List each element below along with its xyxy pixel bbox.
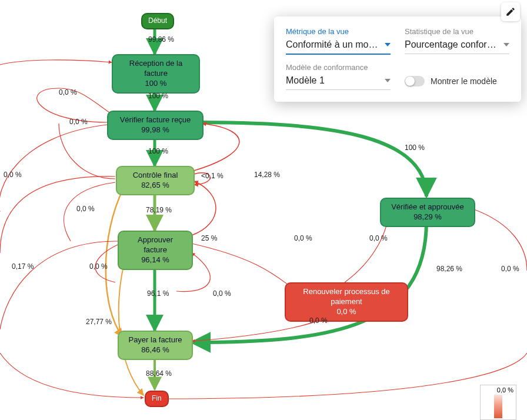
model-value: Modèle 1 xyxy=(286,75,325,86)
edge-label: 0,0 % xyxy=(501,265,519,273)
toggle-label: Montrer le modèle xyxy=(431,76,497,86)
node-label: Payer la facture xyxy=(126,335,185,345)
edge-label: 98,26 % xyxy=(436,265,462,273)
node-label: Début xyxy=(148,16,167,26)
edge-label: 78,19 % xyxy=(146,206,172,214)
view-controls-panel: Métrique de la vue Conformité à un mo… S… xyxy=(274,16,521,102)
node-label: Réception de la facture xyxy=(120,59,192,79)
legend-top-label: 0,0 % xyxy=(497,386,513,394)
edit-button[interactable] xyxy=(501,2,520,21)
edge-label: 100 % xyxy=(405,144,425,152)
color-legend: 0,0 % xyxy=(480,385,516,420)
metric-label: Métrique de la vue xyxy=(286,27,391,36)
edge-label: 100 % xyxy=(148,92,168,100)
node-label: Vérifiée et approuvée xyxy=(388,202,467,212)
show-model-toggle[interactable] xyxy=(405,76,425,86)
node-pct: 0,0 % xyxy=(293,307,400,317)
edge-label: 27,77 % xyxy=(86,318,112,326)
statistic-value: Pourcentage confor… xyxy=(405,39,496,50)
edge-label: 0,0 % xyxy=(89,262,108,271)
edge-label: 0,0 % xyxy=(76,205,95,213)
node-pct: 99,98 % xyxy=(115,125,195,135)
edge-label: 25 % xyxy=(201,234,217,242)
edge-label: 0,0 % xyxy=(59,88,77,96)
node-start[interactable]: Début xyxy=(141,13,174,29)
edge-label: 100 % xyxy=(148,147,168,155)
edge-label: 0,0 % xyxy=(69,118,88,126)
node-verify[interactable]: Vérifier facture reçue 99,98 % xyxy=(107,111,204,140)
node-verified[interactable]: Vérifiée et approuvée 98,29 % xyxy=(380,198,475,227)
node-pct: 98,29 % xyxy=(388,212,467,222)
chevron-down-icon xyxy=(503,43,509,46)
edge-label: 14,28 % xyxy=(254,171,280,179)
node-control[interactable]: Contrôle final 82,65 % xyxy=(116,166,195,195)
node-label: Contrôle final xyxy=(124,171,186,181)
statistic-select[interactable]: Pourcentage confor… xyxy=(405,37,509,54)
edge-label: <0,1 % xyxy=(201,172,224,180)
node-pct: 86,46 % xyxy=(126,345,185,355)
edge-label: 99,86 % xyxy=(148,35,174,44)
node-end[interactable]: Fin xyxy=(145,391,169,407)
edge-label: 96,1 % xyxy=(147,289,169,298)
statistic-label: Statistique de la vue xyxy=(405,27,509,36)
node-reception[interactable]: Réception de la facture 100 % xyxy=(112,54,200,94)
node-renew[interactable]: Renouveler processus de paiement 0,0 % xyxy=(285,282,408,322)
edit-icon xyxy=(505,6,516,17)
metric-select[interactable]: Conformité à un mo… xyxy=(286,37,391,55)
model-select[interactable]: Modèle 1 xyxy=(286,73,391,90)
edge-label: 0,0 % xyxy=(369,234,388,242)
node-label: Fin xyxy=(152,394,162,404)
edge-label: 0,0 % xyxy=(309,316,328,325)
metric-value: Conformité à un mo… xyxy=(286,39,378,50)
node-approve[interactable]: Approuver facture 96,14 % xyxy=(118,231,193,270)
edge-label: 88,64 % xyxy=(146,369,172,378)
node-label: Approuver facture xyxy=(126,235,185,255)
edge-label: 0,0 % xyxy=(213,289,231,298)
chevron-down-icon xyxy=(385,79,391,82)
edge-label: 0,0 % xyxy=(294,234,312,242)
node-pct: 82,65 % xyxy=(124,181,186,191)
node-pct: 96,14 % xyxy=(126,255,185,265)
edge-label: 0,0 % xyxy=(4,171,22,179)
legend-color-bar xyxy=(494,395,502,418)
node-pct: 100 % xyxy=(120,79,192,89)
node-pay[interactable]: Payer la facture 86,46 % xyxy=(118,331,193,360)
node-label: Renouveler processus de paiement xyxy=(293,287,400,307)
edge-label: 0,17 % xyxy=(12,262,34,271)
model-label: Modèle de conformance xyxy=(286,63,391,72)
chevron-down-icon xyxy=(385,43,391,46)
node-label: Vérifier facture reçue xyxy=(115,115,195,125)
